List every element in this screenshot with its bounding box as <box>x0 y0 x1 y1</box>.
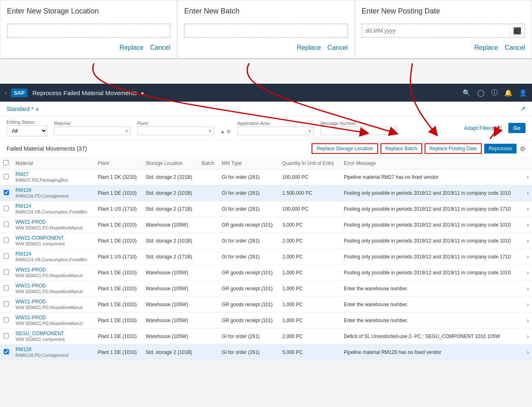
row-mm-type-9: GR goods receipt (101) <box>218 313 279 329</box>
batch-replace-button[interactable]: Replace <box>297 44 321 51</box>
row-nav-arrow-3[interactable]: › <box>523 217 532 233</box>
material-link-10[interactable]: SEGU_COMPONENT <box>16 331 91 336</box>
message-number-icon[interactable]: ▿ <box>392 128 394 134</box>
table-row: WW21-PROD WW SEMI21,PD,RepetitiveManuf. … <box>0 281 532 297</box>
posting-date-input[interactable] <box>362 24 510 37</box>
row-checkbox-6[interactable] <box>4 269 9 275</box>
row-material-10: SEGU_COMPONENT WW SEMI21 component <box>12 329 94 345</box>
material-link-7[interactable]: WW21-PROD <box>16 283 91 289</box>
col-quantity: Quantity in Unit of Entry <box>279 158 340 169</box>
data-table: Material Plant Storage Location Batch MM… <box>0 158 532 360</box>
material-link-4[interactable]: WW21-COMPONENT <box>16 235 91 241</box>
message-number-input[interactable] <box>323 128 392 134</box>
select-all-checkbox[interactable] <box>3 160 9 165</box>
batch-panel: Enter New Batch Replace Cancel <box>177 0 354 58</box>
table-row: RM128 RAW128,PD,Consignment Plant 1 DE (… <box>0 185 532 201</box>
row-checkbox-5[interactable] <box>4 254 9 259</box>
row-checkbox-11[interactable] <box>4 349 9 354</box>
material-sub-11: RAW128,PD,Consignment <box>16 353 69 358</box>
editing-status-select[interactable]: All <box>7 125 47 136</box>
material-link-3[interactable]: WW21-PROD <box>16 219 91 225</box>
row-checkbox-8[interactable] <box>4 301 9 307</box>
row-nav-arrow-10[interactable]: › <box>523 329 532 345</box>
adapt-filters-button[interactable]: Adapt Filters (1) <box>464 125 501 131</box>
row-plant-2: Plant 1 US (1710) <box>94 201 142 217</box>
row-checkbox-2[interactable] <box>4 206 9 211</box>
row-checkbox-cell-0 <box>0 169 12 185</box>
row-nav-arrow-8[interactable]: › <box>523 297 532 313</box>
batch-cancel-button[interactable]: Cancel <box>327 44 348 51</box>
view-selector[interactable]: Standard * ∨ <box>7 106 39 112</box>
material-input[interactable] <box>57 128 125 134</box>
row-plant-9: Plant 1 DE (1010) <box>94 313 142 329</box>
row-nav-arrow-1[interactable]: › <box>523 185 532 201</box>
material-sub-3: WW SEMI21,PD,RepetitiveManuf. <box>16 225 84 230</box>
row-nav-arrow-9[interactable]: › <box>523 313 532 329</box>
application-area-input[interactable] <box>240 128 309 134</box>
calendar-icon[interactable]: ⬛ <box>510 24 525 37</box>
material-link-0[interactable]: RM27 <box>16 171 91 177</box>
storage-location-input[interactable] <box>7 24 170 38</box>
row-nav-arrow-2[interactable]: › <box>523 201 532 217</box>
material-link-6[interactable]: WW21-PROD <box>16 267 91 273</box>
material-link-9[interactable]: WW21-PROD <box>16 315 91 320</box>
row-checkbox-3[interactable] <box>4 222 9 227</box>
row-plant-4: Plant 1 DE (1010) <box>94 233 142 249</box>
row-error-9: Enter the warehouse number. <box>341 313 523 329</box>
replace-posting-date-button[interactable]: Replace Posting Date <box>425 143 482 154</box>
replace-storage-location-button[interactable]: Replace Storage Location <box>312 143 378 154</box>
row-nav-arrow-5[interactable]: › <box>523 249 532 265</box>
filter-toggle-arrows[interactable]: ▲ ⚙ <box>220 129 231 134</box>
posting-date-replace-button[interactable]: Replace <box>474 44 498 51</box>
material-link-2[interactable]: RM124 <box>16 203 91 209</box>
row-quantity-9: 1,000 PC <box>279 313 340 329</box>
material-sub-9: WW SEMI21,PD,RepetitiveManuf. <box>16 321 84 326</box>
row-checkbox-0[interactable] <box>4 174 9 179</box>
go-button[interactable]: Go <box>508 123 525 133</box>
row-checkbox-7[interactable] <box>4 285 9 291</box>
help-icon[interactable]: ⓘ <box>491 89 498 97</box>
material-link-11[interactable]: RM128 <box>16 347 91 352</box>
batch-input[interactable] <box>184 24 347 38</box>
plant-filter-icon[interactable]: ▿ <box>209 128 211 134</box>
globe-icon[interactable]: ◯ <box>477 89 485 97</box>
export-icon[interactable]: ↗ <box>520 105 525 113</box>
row-checkbox-cell-9 <box>0 313 12 329</box>
row-checkbox-cell-8 <box>0 297 12 313</box>
row-batch-9 <box>198 313 218 329</box>
application-area-wrapper: ▿ <box>237 127 314 135</box>
table-row: WW21-PROD WW SEMI21,PD,RepetitiveManuf. … <box>0 265 532 281</box>
row-checkbox-1[interactable] <box>4 190 9 195</box>
plant-input[interactable] <box>140 128 209 134</box>
application-area-icon[interactable]: ▿ <box>309 128 311 134</box>
filter-up-icon[interactable]: ▲ <box>220 129 225 134</box>
row-checkbox-4[interactable] <box>4 238 9 243</box>
material-filter-icon[interactable]: ▿ <box>125 128 128 134</box>
row-nav-arrow-11[interactable]: › <box>523 345 532 360</box>
material-link-5[interactable]: RM124 <box>16 251 91 257</box>
storage-location-replace-button[interactable]: Replace <box>120 44 144 51</box>
row-nav-arrow-7[interactable]: › <box>523 281 532 297</box>
material-link-8[interactable]: WW21-PROD <box>16 299 91 305</box>
filter-settings-icon[interactable]: ⚙ <box>227 129 231 134</box>
storage-location-cancel-button[interactable]: Cancel <box>150 44 171 51</box>
posting-date-cancel-button[interactable]: Cancel <box>505 44 525 51</box>
table-settings-icon[interactable]: ⚙ <box>520 145 525 153</box>
row-plant-1: Plant 1 DE (1010) <box>94 185 142 201</box>
reprocess-button[interactable]: Reprocess <box>484 144 516 153</box>
row-nav-arrow-6[interactable]: › <box>523 265 532 281</box>
posting-date-actions: Replace Cancel <box>362 44 525 51</box>
replace-batch-button[interactable]: Replace Batch <box>381 143 422 154</box>
row-nav-arrow-0[interactable]: › <box>523 169 532 185</box>
person-icon[interactable]: 👤 <box>519 89 527 97</box>
material-link-1[interactable]: RM128 <box>16 187 91 193</box>
row-quantity-11: 5,000 PC <box>279 345 340 360</box>
back-button[interactable]: ‹ <box>5 89 7 96</box>
bell-icon[interactable]: 🔔 <box>504 89 512 97</box>
col-storage-location: Storage Location <box>142 158 198 169</box>
row-checkbox-10[interactable] <box>4 333 9 338</box>
row-error-10: Deficit of SL Unrestricted-use 2- PC : S… <box>341 329 523 345</box>
row-checkbox-9[interactable] <box>4 317 9 322</box>
search-icon[interactable]: 🔍 <box>463 89 471 97</box>
row-nav-arrow-4[interactable]: › <box>523 233 532 249</box>
